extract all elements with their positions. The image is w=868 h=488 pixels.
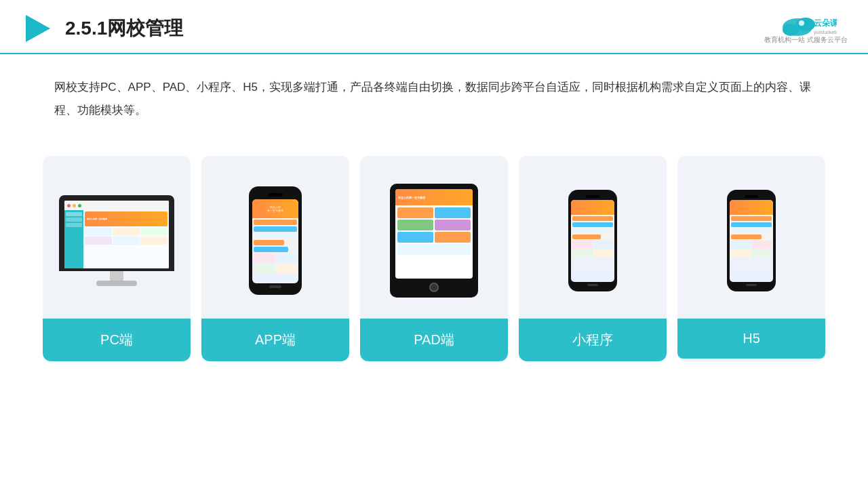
card-app-label: APP端 [201, 319, 349, 361]
brand-logo: 云朵课堂 yunduoketang.com [776, 12, 837, 38]
page-header: 2.5.1网校管理 云朵课堂 yunduoketang.com 教育机构一站 式… [0, 0, 868, 54]
svg-text:云朵课堂: 云朵课堂 [814, 18, 837, 28]
tablet-mockup: 职达人的第一堂兴趣课 [390, 184, 478, 298]
mini-phone-notch-2 [745, 195, 758, 198]
svg-text:yunduoketang.com: yunduoketang.com [814, 30, 837, 35]
logo-tagline: 教育机构一站 式服务云平台 [764, 35, 848, 45]
card-h5-image [677, 156, 825, 319]
card-app: 职达人的第一堂兴趣课 [201, 156, 349, 361]
play-icon [20, 12, 53, 45]
mini-phone-screen [571, 200, 614, 282]
mini-phone-mockup-2 [727, 190, 776, 291]
card-pad-label: PAD端 [360, 319, 508, 361]
card-pad: 职达人的第一堂兴趣课 PAD端 [360, 156, 508, 361]
svg-point-3 [783, 24, 799, 36]
card-miniprogram-label: 小程序 [519, 319, 667, 361]
card-h5-label: H5 [677, 319, 825, 359]
mini-phone-notch [586, 195, 599, 198]
svg-point-4 [799, 20, 804, 26]
card-miniprogram-image [519, 156, 667, 319]
tablet-screen: 职达人的第一堂兴趣课 [395, 189, 473, 279]
card-pad-image: 职达人的第一堂兴趣课 [360, 156, 508, 319]
mini-phone-screen-2 [730, 200, 773, 282]
page-title: 2.5.1网校管理 [65, 16, 183, 41]
card-pc: 职达人的第一堂兴趣课 [43, 156, 191, 361]
mini-phone-home [587, 284, 598, 286]
phone-home [269, 285, 281, 288]
card-h5: H5 [677, 156, 825, 361]
logo-area: 云朵课堂 yunduoketang.com 教育机构一站 式服务云平台 [764, 12, 848, 45]
mini-phone-home-2 [746, 284, 757, 286]
mini-phone-mockup-1 [568, 190, 617, 291]
platform-cards: 职达人的第一堂兴趣课 [0, 136, 868, 361]
header-left: 2.5.1网校管理 [20, 12, 183, 45]
svg-point-2 [796, 18, 815, 31]
tablet-home-btn [429, 283, 439, 292]
app-phone-mockup: 职达人的第一堂兴趣课 [249, 186, 302, 295]
svg-marker-0 [26, 15, 50, 42]
pc-monitor-mockup: 职达人的第一堂兴趣课 [59, 195, 174, 286]
card-pc-label: PC端 [43, 319, 191, 361]
card-app-image: 职达人的第一堂兴趣课 [201, 156, 349, 319]
phone-notch [268, 193, 283, 197]
description-text: 网校支持PC、APP、PAD、小程序、H5，实现多端打通，产品各终端自由切换，数… [0, 54, 868, 129]
phone-screen: 职达人的第一堂兴趣课 [252, 199, 298, 283]
card-pc-image: 职达人的第一堂兴趣课 [43, 156, 191, 319]
card-miniprogram: 小程序 [519, 156, 667, 361]
